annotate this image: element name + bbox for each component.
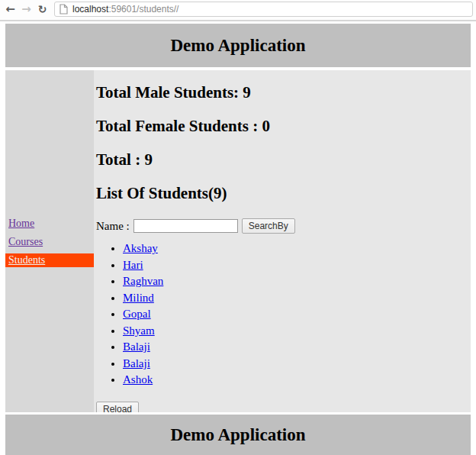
searchby-button[interactable]: SearchBy bbox=[242, 218, 295, 234]
list-item: Gopal bbox=[123, 308, 468, 320]
list-item: Hari bbox=[123, 260, 468, 271]
search-row: Name : SearchBy bbox=[96, 218, 468, 234]
list-item: Milind bbox=[123, 292, 468, 304]
list-item: Ashok bbox=[123, 374, 468, 386]
sidebar-item-home[interactable]: Home bbox=[5, 217, 94, 231]
list-item: Raghvan bbox=[123, 276, 468, 287]
browser-toolbar: ← → ↻ localhost:59601/students// bbox=[0, 0, 476, 21]
sidebar-item-courses[interactable]: Courses bbox=[5, 235, 94, 249]
list-item: Balaji bbox=[123, 358, 468, 369]
total-heading: Total : 9 bbox=[96, 151, 468, 169]
total-female-students-heading: Total Female Students : 0 bbox=[96, 118, 468, 135]
student-link-shyam[interactable]: Shyam bbox=[123, 324, 155, 337]
forward-icon[interactable]: → bbox=[19, 2, 34, 17]
url-text: localhost:59601/students// bbox=[72, 4, 178, 15]
student-link-raghvan[interactable]: Raghvan bbox=[123, 275, 163, 287]
list-item: Shyam bbox=[123, 325, 468, 337]
back-icon[interactable]: ← bbox=[3, 2, 18, 17]
page-title: Demo Application bbox=[171, 36, 306, 56]
sidebar: Home Courses Students bbox=[5, 70, 94, 412]
main-content: Total Male Students: 9 Total Female Stud… bbox=[94, 70, 471, 412]
footer-title: Demo Application bbox=[171, 425, 306, 445]
name-label: Name : bbox=[96, 220, 130, 233]
address-bar[interactable]: localhost:59601/students// bbox=[54, 2, 473, 17]
student-link-balaji-2[interactable]: Balaji bbox=[123, 357, 150, 369]
refresh-icon[interactable]: ↻ bbox=[35, 2, 50, 17]
content-area: Home Courses Students Total Male Student… bbox=[5, 70, 471, 412]
student-link-ashok[interactable]: Ashok bbox=[123, 373, 153, 386]
name-search-input[interactable] bbox=[133, 219, 238, 233]
student-link-milind[interactable]: Milind bbox=[123, 292, 154, 304]
student-list: Akshay Hari Raghvan Milind Gopal Shyam B… bbox=[96, 243, 468, 386]
page-header: Demo Application bbox=[5, 24, 471, 67]
student-link-akshay[interactable]: Akshay bbox=[123, 242, 158, 254]
total-male-students-heading: Total Male Students: 9 bbox=[96, 84, 468, 102]
student-link-hari[interactable]: Hari bbox=[123, 259, 143, 271]
page-document-icon bbox=[60, 4, 68, 15]
url-host: localhost bbox=[72, 4, 108, 15]
student-link-balaji-1[interactable]: Balaji bbox=[123, 340, 150, 353]
page-footer: Demo Application bbox=[5, 415, 471, 455]
list-of-students-heading: List Of Students(9) bbox=[96, 185, 468, 202]
list-item: Balaji bbox=[123, 341, 468, 353]
student-link-gopal[interactable]: Gopal bbox=[123, 308, 151, 320]
sidebar-item-students[interactable]: Students bbox=[5, 253, 94, 267]
reload-button[interactable]: Reload bbox=[96, 402, 139, 412]
list-item: Akshay bbox=[123, 243, 468, 254]
url-path: :59601/students// bbox=[108, 4, 178, 15]
